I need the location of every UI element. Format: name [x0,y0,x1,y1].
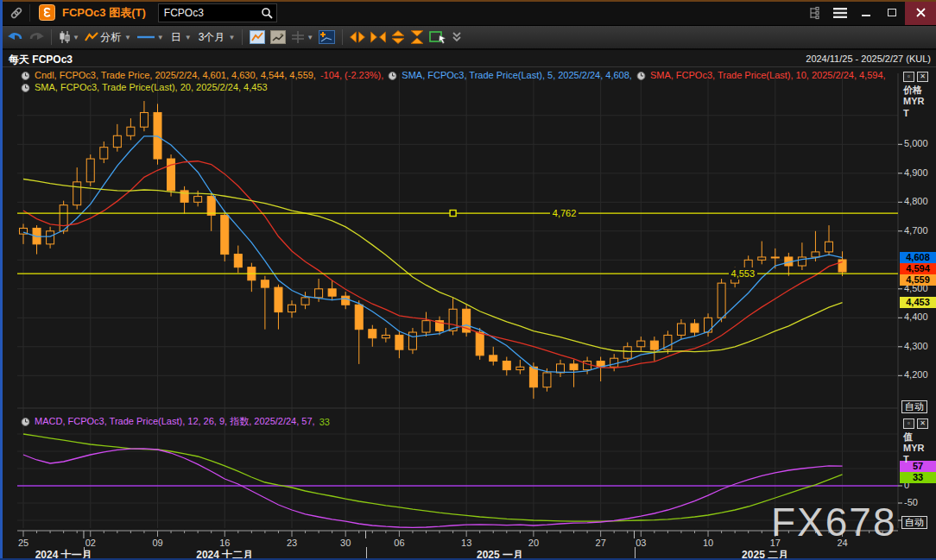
candlestick [610,358,618,367]
restore-pane-icon[interactable]: ▫ [903,72,914,82]
candlestick [113,135,121,147]
candlestick [570,364,578,370]
candlestick [812,252,819,257]
price-axis-title: 价格 [903,84,922,97]
timer-icon [21,71,30,80]
candlestick [328,289,336,296]
candlestick [288,305,296,311]
candlestick [261,280,269,287]
candlestick [422,321,430,332]
candlestick [355,305,363,329]
price-axis-currency: MYR [903,96,924,106]
candlestick [718,283,725,318]
candlestick [637,341,645,347]
candlestick [315,289,323,298]
candlestick [825,242,833,252]
candlestick [650,341,658,349]
macd-auto-scale-button[interactable]: 自动 [901,516,927,529]
candlestick [369,330,376,338]
candlestick [623,347,631,358]
main-legend-row-2: SMA, FCPOc3, Trade Price(Last), 20, 2025… [21,82,268,92]
candlestick [301,298,309,305]
candlestick [342,296,350,305]
window-left-border [0,0,3,560]
candlestick [275,287,282,311]
sma-line-10 [23,161,843,368]
watermark: FX678 [771,499,897,545]
candlestick [408,332,416,349]
candlestick [154,112,161,159]
candlestick [73,182,81,205]
sma-line-20 [23,179,843,353]
timer-icon [21,417,30,426]
macd-legend-row: MACD, FCPOc3, Trade Price(Last), 12, 26,… [21,415,330,428]
candlestick [168,159,175,191]
candlestick [744,260,752,271]
candlestick [677,324,685,335]
candlestick [47,231,54,244]
candlestick [543,373,551,387]
macd-signal-value: 33 [319,417,330,427]
sma10-legend[interactable]: SMA, FCPOc3, Trade Price(Last), 10, 2025… [650,70,886,80]
macd-legend[interactable]: MACD, FCPOc3, Trade Price(Last), 12, 26,… [35,415,315,428]
macd-axis-title: 值 [903,431,913,444]
candlestick [140,112,148,127]
timer-icon [21,83,30,92]
close-pane-icon[interactable]: ✕ [917,418,928,429]
terminal-window: FCPOc3 图表(T) ▼ [0,0,936,560]
candle-legend[interactable]: Cndl, FCPOc3, Trade Price, 2025/2/24, 4,… [35,70,316,80]
candlestick [490,356,497,362]
candlestick [705,318,712,332]
macd-signal-line [23,434,843,521]
sma20-legend[interactable]: SMA, FCPOc3, Trade Price(Last), 20, 2025… [35,82,268,92]
candlestick [234,255,242,267]
candlestick [516,367,524,369]
candlestick [207,197,215,216]
candlestick [382,335,389,337]
candlestick [476,332,484,356]
timer-icon [388,71,397,80]
macd-line [23,449,843,528]
candlestick [758,257,766,260]
macd-axis-unit: T [903,454,909,464]
candlestick [838,260,846,272]
timer-icon [636,71,646,80]
candlestick [691,324,699,332]
main-legend-row-1: Cndl, FCPOc3, Trade Price, 2025/2/24, 4,… [21,70,886,80]
candlestick [127,127,135,135]
price-auto-scale-button[interactable]: 自动 [901,400,927,413]
trendline-marker[interactable] [450,211,456,217]
sma5-legend[interactable]: SMA, FCPOc3, Trade Price(Last), 5, 2025/… [402,70,632,80]
candle-change-legend: -104, (-2.23%), [320,70,383,80]
candlestick [529,367,537,387]
candlestick [798,257,806,266]
candlestick [395,335,403,349]
candlestick [86,159,94,182]
price-axis-unit: T [903,108,909,118]
candlestick [503,362,510,370]
window-top-border [0,0,936,2]
close-pane-icon[interactable]: ✕ [917,72,928,82]
candlestick [100,148,108,159]
candlestick [771,257,779,258]
candlestick [194,197,202,203]
candlestick [221,215,229,254]
macd-axis-currency: MYR [903,443,924,453]
candlestick [557,364,565,373]
restore-pane-icon[interactable]: ▫ [903,418,914,429]
